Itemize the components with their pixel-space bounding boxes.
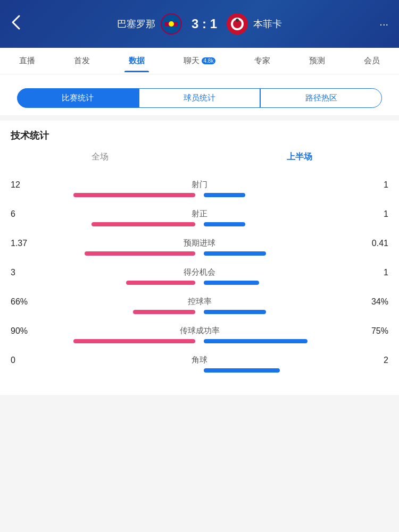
- stat-left-value: 3: [11, 268, 43, 277]
- stat-left-value: 12: [11, 180, 43, 190]
- period-tabs: 全场 上半场: [0, 146, 399, 174]
- stat-name: 得分机会: [43, 267, 356, 277]
- away-team-logo: [227, 13, 248, 35]
- sub-tabs: 比赛统计 球员统计 路径热区: [9, 81, 390, 115]
- stat-name: 预期进球: [43, 238, 356, 248]
- bar-left-container: [11, 193, 195, 197]
- stat-bars: [11, 222, 388, 226]
- bar-away: [204, 310, 266, 314]
- section-title: 技术统计: [0, 121, 399, 146]
- bar-right-container: [204, 310, 388, 314]
- nav-tab-lineup[interactable]: 首发: [70, 49, 94, 72]
- sub-tab-heatmap[interactable]: 路径热区: [260, 88, 382, 108]
- bar-left-container: [11, 339, 195, 343]
- bar-left-container: [11, 222, 195, 226]
- stat-row: 90% 传球成功率 75%: [11, 326, 388, 343]
- stat-row: 0 角球 2: [11, 355, 388, 373]
- bar-right-container: [204, 368, 388, 373]
- period-tab-full[interactable]: 全场: [0, 146, 200, 168]
- stat-right-value: 34%: [356, 297, 388, 307]
- stat-right-value: 2: [356, 356, 388, 365]
- stat-right-value: 0.41: [356, 239, 388, 248]
- match-header: 巴塞罗那 3 : 1 本菲卡 ···: [0, 0, 399, 48]
- stat-left-value: 0: [11, 356, 43, 365]
- bar-home: [92, 222, 195, 226]
- bar-home: [85, 251, 195, 256]
- stat-right-value: 1: [356, 180, 388, 190]
- home-team-logo: [161, 13, 182, 35]
- stats-container: 12 射门 1 6 射正 1: [0, 174, 399, 395]
- stat-bars: [11, 193, 388, 197]
- bar-right-container: [204, 222, 388, 226]
- stat-name: 射门: [43, 180, 356, 190]
- stat-row: 1.37 预期进球 0.41: [11, 238, 388, 256]
- stat-left-value: 1.37: [11, 239, 43, 248]
- stat-left-value: 66%: [11, 297, 43, 307]
- bar-away: [204, 368, 280, 373]
- bar-right-container: [204, 193, 388, 197]
- svg-rect-5: [165, 18, 178, 22]
- stat-bars: [11, 368, 388, 373]
- stat-row: 3 得分机会 1: [11, 267, 388, 285]
- nav-tab-member[interactable]: 会员: [360, 49, 384, 72]
- stat-right-value: 1: [356, 268, 388, 277]
- bar-away: [204, 339, 307, 343]
- svg-point-7: [169, 21, 174, 27]
- bar-left-container: [11, 310, 195, 314]
- nav-tabs: 直播 首发 数据 聊天 4.8k 专家 预测 会员: [0, 48, 399, 74]
- nav-tab-data[interactable]: 数据: [124, 49, 149, 72]
- stat-name: 传球成功率: [43, 326, 356, 336]
- match-info: 巴塞罗那 3 : 1 本菲卡: [32, 13, 367, 35]
- bar-home: [73, 193, 195, 197]
- svg-rect-6: [165, 26, 178, 30]
- stat-name: 射正: [43, 209, 356, 219]
- bar-away: [204, 251, 266, 256]
- chat-badge: 4.8k: [202, 57, 216, 64]
- back-button[interactable]: [11, 14, 32, 34]
- sub-tabs-container: 比赛统计 球员统计 路径热区: [0, 74, 399, 115]
- sub-tab-match-stats[interactable]: 比赛统计: [17, 88, 139, 108]
- stat-row: 12 射门 1: [11, 180, 388, 197]
- stat-bars: [11, 339, 388, 343]
- stat-left-value: 6: [11, 209, 43, 219]
- bar-home: [126, 281, 195, 285]
- sub-tab-player-stats[interactable]: 球员统计: [139, 88, 261, 108]
- more-button[interactable]: ···: [367, 18, 388, 30]
- bar-away: [204, 222, 245, 226]
- stat-row: 66% 控球率 34%: [11, 297, 388, 314]
- away-team-name: 本菲卡: [253, 18, 282, 30]
- nav-tab-live[interactable]: 直播: [15, 49, 39, 72]
- bar-left-container: [11, 251, 195, 256]
- match-score: 3 : 1: [192, 16, 217, 31]
- period-tab-first-half[interactable]: 上半场: [200, 146, 399, 168]
- stat-bars: [11, 251, 388, 256]
- bar-away: [204, 281, 259, 285]
- home-team-name: 巴塞罗那: [117, 18, 155, 30]
- stat-right-value: 1: [356, 209, 388, 219]
- nav-tab-chat[interactable]: 聊天 4.8k: [179, 49, 220, 72]
- stat-bars: [11, 281, 388, 285]
- nav-tab-expert[interactable]: 专家: [250, 49, 275, 72]
- bar-right-container: [204, 251, 388, 256]
- bar-home: [133, 310, 195, 314]
- bar-right-container: [204, 281, 388, 285]
- bar-left-container: [11, 281, 195, 285]
- bar-away: [204, 193, 245, 197]
- nav-tab-predict[interactable]: 预测: [305, 49, 329, 72]
- bar-home: [73, 339, 195, 343]
- stat-row: 6 射正 1: [11, 209, 388, 226]
- stat-name: 角球: [43, 355, 356, 365]
- stat-left-value: 90%: [11, 326, 43, 336]
- svg-point-14: [236, 19, 239, 22]
- bar-right-container: [204, 339, 388, 343]
- bar-left-container: [11, 368, 195, 373]
- stat-right-value: 75%: [356, 326, 388, 336]
- stat-name: 控球率: [43, 297, 356, 307]
- stat-bars: [11, 310, 388, 314]
